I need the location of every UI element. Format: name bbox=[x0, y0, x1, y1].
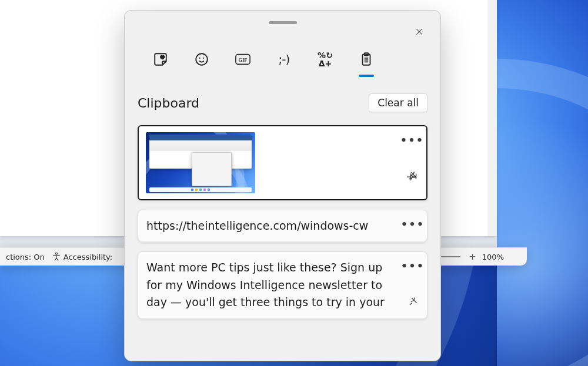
text-predictions-status[interactable]: ctions: On bbox=[2, 248, 48, 266]
clipboard-item-list: ••• https://theintelligence.com/windows-… bbox=[134, 119, 431, 361]
vertical-scrollbar[interactable] bbox=[487, 0, 497, 236]
item-more-button[interactable]: ••• bbox=[405, 216, 421, 233]
close-button[interactable] bbox=[411, 23, 427, 40]
item-pin-button[interactable] bbox=[404, 167, 420, 184]
tab-emoji[interactable] bbox=[192, 46, 212, 72]
clipboard-icon bbox=[359, 52, 374, 67]
tab-gif[interactable]: GIF bbox=[233, 46, 253, 72]
symbols-icon: %↻ Δ+ bbox=[318, 51, 333, 68]
pin-icon bbox=[407, 170, 418, 182]
close-icon bbox=[415, 27, 424, 36]
svg-point-0 bbox=[55, 253, 57, 254]
svg-point-3 bbox=[203, 58, 204, 59]
section-title: Clipboard bbox=[138, 96, 199, 110]
tab-recent[interactable] bbox=[151, 46, 171, 72]
pin-icon bbox=[407, 296, 419, 307]
tab-kaomoji[interactable]: ;-) bbox=[274, 46, 294, 72]
panel-tab-bar: GIF ;-) %↻ Δ+ bbox=[151, 46, 440, 72]
text-predictions-label: ctions: On bbox=[6, 253, 45, 261]
clipboard-item[interactable]: ••• bbox=[138, 125, 427, 200]
ellipsis-icon: ••• bbox=[400, 137, 425, 143]
clipboard-image-thumbnail bbox=[146, 132, 255, 193]
smiley-icon bbox=[194, 52, 209, 67]
clipboard-text: Want more PC tips just like these? Sign … bbox=[145, 258, 420, 312]
accessibility-label: Accessibility: bbox=[64, 253, 112, 261]
tab-clipboard[interactable] bbox=[356, 46, 376, 72]
item-more-button[interactable]: ••• bbox=[404, 132, 420, 149]
zoom-value[interactable]: 100% bbox=[481, 253, 507, 261]
sticker-heart-icon bbox=[153, 52, 168, 67]
svg-point-1 bbox=[196, 53, 208, 65]
accessibility-icon bbox=[52, 252, 61, 261]
svg-text:GIF: GIF bbox=[239, 58, 248, 63]
accessibility-status[interactable]: Accessibility: bbox=[48, 248, 116, 266]
ellipsis-icon: ••• bbox=[401, 221, 425, 227]
item-pin-button[interactable] bbox=[405, 293, 421, 310]
desktop-wallpaper-right bbox=[497, 0, 588, 366]
clipboard-item[interactable]: Want more PC tips just like these? Sign … bbox=[138, 251, 427, 318]
item-more-button[interactable]: ••• bbox=[405, 258, 421, 274]
gif-icon: GIF bbox=[235, 52, 250, 67]
svg-point-2 bbox=[199, 58, 201, 59]
panel-drag-handle[interactable] bbox=[269, 21, 297, 24]
clipboard-item[interactable]: https://theintelligence.com/windows-cw •… bbox=[138, 210, 427, 242]
kaomoji-icon: ;-) bbox=[279, 52, 290, 66]
clipboard-text: https://theintelligence.com/windows-cw bbox=[145, 216, 420, 236]
clear-all-button[interactable]: Clear all bbox=[369, 93, 427, 112]
zoom-in-button[interactable]: + bbox=[464, 251, 481, 262]
input-panel: GIF ;-) %↻ Δ+ Clipboard Clear all bbox=[124, 10, 441, 361]
ellipsis-icon: ••• bbox=[401, 263, 425, 269]
tab-symbols[interactable]: %↻ Δ+ bbox=[315, 46, 335, 72]
